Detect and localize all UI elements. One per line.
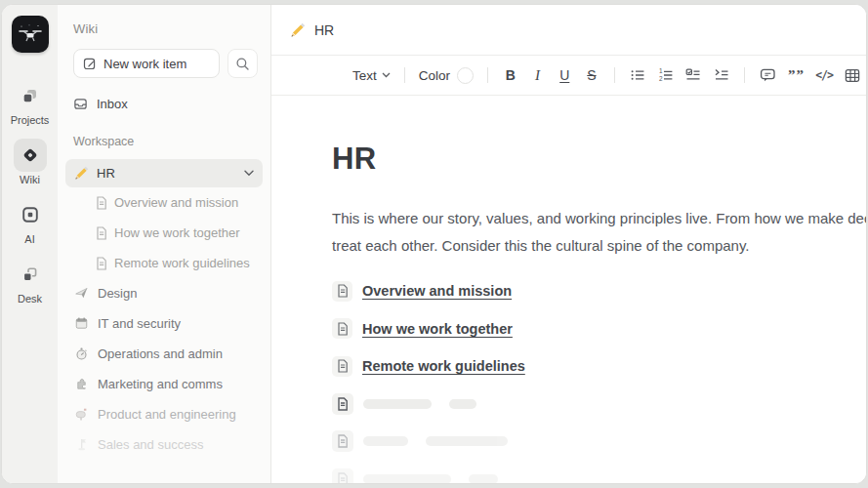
color-label: Color [419, 68, 450, 83]
inbox-label: Inbox [97, 97, 128, 111]
desk-icon [14, 258, 47, 291]
chevron-down-icon [382, 72, 391, 78]
paragraph-line: treat each other. Consider this the cult… [332, 232, 866, 260]
subpage-label: How we work together [114, 225, 240, 240]
document-icon [96, 196, 107, 210]
mailbox-icon [73, 407, 89, 422]
group-label: Product and engineering [98, 407, 236, 422]
sidebar-subpage-how-we-work[interactable]: How we work together [73, 218, 258, 248]
sidebar-group-sales[interactable]: Sales and success [73, 429, 258, 460]
page-link-row[interactable]: Remote work guidelines [332, 347, 866, 386]
sidebar-item-inbox[interactable]: Inbox [73, 91, 258, 116]
editor-panel: HR Text Color B I U S 12 [271, 5, 866, 483]
bullet-list-icon[interactable] [624, 67, 652, 83]
wiki-icon [14, 139, 47, 172]
toolbar-divider [487, 67, 488, 83]
document-icon [332, 468, 353, 483]
loading-row [332, 461, 866, 484]
svg-text:2: 2 [659, 75, 663, 82]
ai-icon [14, 198, 47, 231]
chevron-down-icon[interactable] [244, 170, 254, 177]
sidebar-group-it-security[interactable]: IT and security [73, 308, 258, 339]
sidebar-subpage-overview[interactable]: Overview and mission [73, 187, 258, 218]
breadcrumb[interactable]: HR [271, 5, 866, 56]
sidebar-actions: New work item [73, 49, 258, 78]
document-icon [96, 257, 107, 270]
skeleton-pill [363, 399, 432, 409]
sidebar-page-hr[interactable]: HR [65, 159, 263, 187]
sidebar-group-operations[interactable]: Operations and admin [73, 339, 258, 369]
strikethrough-button[interactable]: S [578, 67, 605, 83]
paragraph-line: This is where our story, values, and wor… [332, 205, 866, 232]
flag-icon [73, 437, 89, 452]
compose-icon [83, 57, 97, 70]
toolbar-divider [404, 67, 405, 83]
app-rail: Projects Wiki AI Desk [2, 5, 58, 483]
page-title: HR [332, 142, 866, 177]
document-icon [332, 430, 353, 452]
rail-item-desk[interactable]: Desk [14, 258, 47, 305]
toolbar-divider [614, 67, 615, 83]
toggle-list-icon[interactable] [708, 67, 736, 83]
text-style-dropdown[interactable]: Text [348, 68, 395, 83]
code-icon[interactable]: </> [810, 68, 839, 82]
app-window: Projects Wiki AI Desk [1, 4, 867, 484]
projects-icon [14, 79, 47, 112]
rail-nav: Projects Wiki AI Desk [11, 79, 50, 305]
page-link[interactable]: Remote work guidelines [362, 358, 525, 374]
document-icon [332, 281, 352, 302]
page-link-row[interactable]: Overview and mission [332, 272, 866, 310]
search-button[interactable] [227, 49, 258, 78]
svg-text:1: 1 [659, 67, 663, 74]
rail-item-projects[interactable]: Projects [11, 79, 50, 126]
subpage-label: Remote work guidelines [114, 256, 250, 270]
underline-button[interactable]: U [551, 67, 578, 83]
toolbar-divider [744, 67, 745, 83]
sidebar-page-label: HR [97, 166, 115, 181]
sidebar-group-product[interactable]: Product and engineering [73, 399, 258, 429]
loading-row [332, 386, 866, 424]
italic-button[interactable]: I [524, 67, 552, 84]
pencil-icon [290, 22, 306, 38]
skeleton-pill [363, 436, 408, 446]
search-icon [235, 57, 250, 71]
breadcrumb-label: HR [314, 22, 334, 38]
wiki-sidebar: Wiki New work item Inbox Workspace HR [58, 5, 271, 483]
text-style-label: Text [352, 68, 377, 83]
workspace-section-label: Workspace [73, 135, 258, 148]
blockquote-icon[interactable]: ”” [782, 67, 810, 84]
color-swatch [457, 67, 474, 84]
document-icon [332, 356, 352, 377]
document-icon [332, 393, 353, 415]
workspace-logo[interactable] [12, 16, 49, 53]
skeleton-pill [363, 474, 451, 483]
sidebar-subpage-remote-work[interactable]: Remote work guidelines [73, 248, 258, 278]
skeleton-pill [469, 474, 498, 483]
stopwatch-icon [73, 346, 89, 361]
paper-plane-icon [73, 286, 89, 301]
sidebar-group-design[interactable]: Design [73, 278, 258, 308]
color-button[interactable]: Color [414, 67, 478, 84]
sidebar-title: Wiki [73, 21, 258, 36]
page-link-row[interactable]: How we work together [332, 310, 866, 348]
pencil-icon [74, 166, 89, 181]
rail-item-ai[interactable]: AI [14, 198, 47, 245]
editor-toolbar: Text Color B I U S 12 [271, 56, 866, 96]
comment-icon[interactable] [754, 67, 782, 83]
todo-list-icon[interactable] [680, 67, 708, 83]
inbox-icon [73, 97, 88, 111]
group-label: Sales and success [98, 437, 203, 452]
sidebar-group-marketing[interactable]: Marketing and comms [73, 369, 258, 399]
rail-item-wiki[interactable]: Wiki [14, 139, 47, 185]
page-link[interactable]: Overview and mission [362, 283, 512, 299]
puzzle-icon [73, 377, 89, 391]
new-work-item-button[interactable]: New work item [73, 49, 220, 78]
drone-logo-icon [18, 23, 43, 45]
group-label: Design [98, 286, 137, 301]
calendar-icon [73, 316, 89, 331]
document-body[interactable]: HR This is where our story, values, and … [271, 96, 866, 483]
bold-button[interactable]: B [497, 67, 524, 83]
page-link[interactable]: How we work together [362, 321, 513, 337]
ordered-list-icon[interactable]: 12 [651, 67, 680, 83]
table-icon[interactable] [838, 68, 866, 83]
